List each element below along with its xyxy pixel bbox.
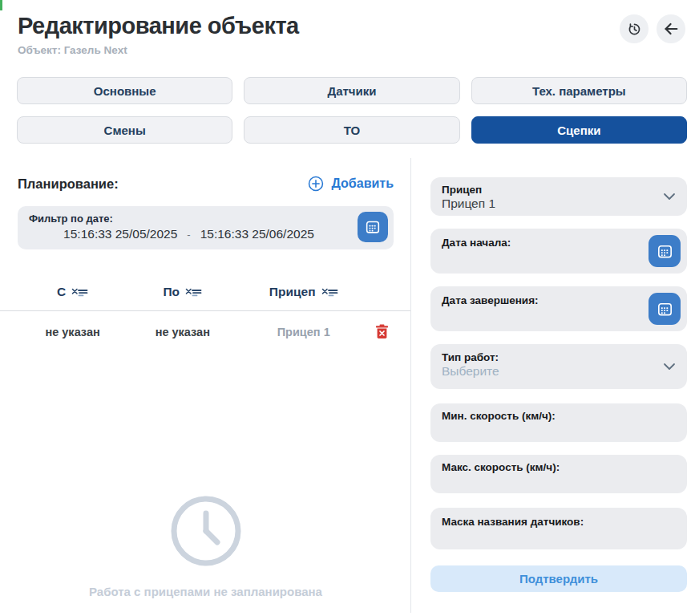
table-row: не указан не указан Прицеп 1 — [18, 311, 394, 339]
column-from-header[interactable]: С — [18, 285, 127, 299]
tab-main[interactable]: Основные — [17, 77, 232, 104]
delete-icon — [375, 324, 389, 339]
coupling-form-panel: Прицеп Прицеп 1 Дата начала: — [411, 144, 695, 613]
column-trailer-label: Прицеп — [269, 285, 316, 299]
main-content: Планирование: Добавить Фильтр по дате: 1… — [0, 144, 695, 613]
tab-bar: Основные Датчики Тех. параметры Смены ТО… — [17, 77, 687, 144]
column-to-header[interactable]: По — [127, 285, 237, 299]
back-button[interactable] — [657, 14, 685, 43]
min-speed-input[interactable] — [442, 423, 676, 439]
calendar-icon — [364, 218, 382, 236]
filter-clear-icon — [321, 286, 338, 298]
history-button[interactable] — [620, 14, 649, 43]
sensor-mask-field: Маска названия датчиков: — [430, 508, 687, 549]
planning-table-header: С По — [18, 285, 394, 299]
empty-state: Работа с прицепами не запланирована — [18, 492, 394, 598]
work-type-label: Тип работ: — [442, 351, 676, 363]
max-speed-input[interactable] — [442, 474, 676, 490]
header-actions — [620, 14, 685, 43]
row-to-value: не указан — [127, 326, 237, 338]
planning-panel: Планирование: Добавить Фильтр по дате: 1… — [0, 144, 411, 613]
calendar-icon — [656, 300, 674, 318]
tab-sensors[interactable]: Датчики — [244, 77, 459, 104]
filter-clear-icon — [71, 286, 88, 298]
history-icon — [626, 21, 643, 38]
plus-circle-icon — [307, 175, 325, 192]
trailer-select-value: Прицеп 1 — [442, 197, 676, 211]
date-filter-calendar-button[interactable] — [358, 212, 388, 242]
row-trailer-value: Прицеп 1 — [237, 326, 370, 338]
work-type-select[interactable]: Тип работ: Выберите — [430, 344, 687, 389]
date-filter-to: 15:16:33 25/06/2025 — [200, 227, 314, 241]
end-date-label: Дата завершения: — [442, 294, 676, 306]
tab-couplings[interactable]: Сцепки — [471, 116, 687, 144]
date-filter-card: Фильтр по дате: 15:16:33 25/05/2025 - 15… — [18, 206, 394, 249]
tab-tech-params[interactable]: Тех. параметры — [471, 77, 687, 104]
delete-row-button[interactable] — [375, 324, 389, 339]
trailer-select[interactable]: Прицеп Прицеп 1 — [430, 177, 687, 216]
date-filter-label: Фильтр по дате: — [29, 213, 349, 225]
start-date-calendar-button[interactable] — [649, 235, 681, 267]
planning-title: Планирование: — [18, 176, 119, 192]
tab-shifts[interactable]: Смены — [17, 116, 232, 144]
column-trailer-header[interactable]: Прицеп — [237, 285, 370, 299]
add-button[interactable]: Добавить — [307, 175, 394, 192]
date-filter-separator: - — [187, 229, 190, 241]
header-titles: Редактирование объекта Объект: Газель Ne… — [18, 13, 299, 56]
tab-maintenance[interactable]: ТО — [244, 116, 459, 144]
end-date-field[interactable]: Дата завершения: — [430, 286, 687, 331]
max-speed-label: Макс. скорость (км/ч): — [442, 461, 676, 473]
empty-state-text: Работа с прицепами не запланирована — [89, 585, 322, 598]
start-date-label: Дата начала: — [442, 237, 676, 249]
min-speed-field: Мин. скорость (км/ч): — [430, 403, 687, 442]
min-speed-label: Мин. скорость (км/ч): — [442, 410, 676, 422]
filter-clear-icon — [185, 286, 202, 298]
calendar-icon — [656, 242, 674, 261]
add-button-label: Добавить — [332, 176, 394, 191]
clock-icon — [168, 492, 244, 569]
sensor-mask-input[interactable] — [442, 530, 676, 546]
sensor-mask-label: Маска названия датчиков: — [442, 516, 676, 528]
date-filter-from: 15:16:33 25/05/2025 — [63, 227, 177, 241]
row-from-value: не указан — [18, 326, 127, 338]
object-subtitle: Объект: Газель Next — [18, 44, 299, 56]
end-date-calendar-button[interactable] — [649, 293, 681, 325]
page-title: Редактирование объекта — [18, 13, 299, 39]
work-type-placeholder: Выберите — [442, 364, 676, 379]
corner-artifact — [0, 0, 2, 10]
back-arrow-icon — [662, 20, 680, 38]
chevron-down-icon — [663, 192, 676, 201]
trailer-select-label: Прицеп — [442, 184, 676, 196]
start-date-field[interactable]: Дата начала: — [430, 229, 687, 274]
max-speed-field: Макс. скорость (км/ч): — [430, 455, 687, 493]
date-filter-range: 15:16:33 25/05/2025 - 15:16:33 25/06/202… — [29, 227, 349, 241]
column-from-label: С — [57, 285, 66, 299]
submit-button[interactable]: Подтвердить — [430, 565, 687, 592]
chevron-down-icon — [663, 363, 676, 371]
page-header: Редактирование объекта Объект: Газель Ne… — [0, 0, 695, 56]
column-to-label: По — [163, 285, 180, 299]
planning-header-row: Планирование: Добавить — [18, 175, 394, 192]
vertical-divider — [410, 158, 411, 613]
